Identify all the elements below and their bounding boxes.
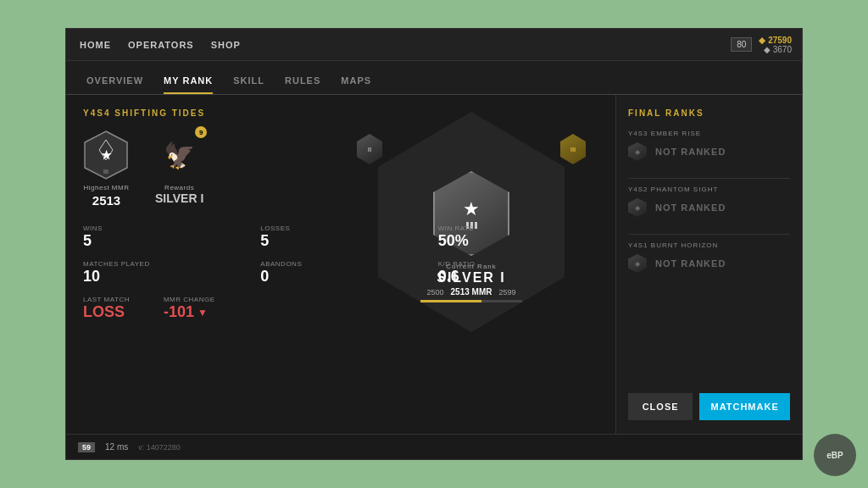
y4s2-rank-icon-text: ◆ [635,204,640,212]
divider-2 [628,234,790,235]
rewards-label: Rewards [164,184,194,191]
right-panel: FINAL RANKS Y4S3 EMBER RISE ◆ NOT RANKED… [615,95,802,434]
action-buttons: CLOSE MATCHMAKE [628,393,790,420]
last-match: Last Match LOSS [83,296,130,321]
highest-mmr-label: Highest MMR [84,184,130,191]
losses-value: 5 [260,232,420,250]
tab-overview[interactable]: OVERVIEW [86,75,143,94]
stat-wins: Wins 5 [83,225,243,250]
side-badges: II III [357,134,586,164]
svg-text:★: ★ [101,148,112,162]
nav-right: 80 ◆ 27590 ◆ 3670 [731,29,792,60]
y4s3-label: Y4S3 EMBER RISE [628,130,790,137]
top-nav: HOME OPERATORS SHOP 80 ◆ 27590 ◆ 3670 [66,29,802,61]
y4s2-label: Y4S2 PHANTOM SIGHT [628,186,790,193]
stat-matches: Matches Played 10 [83,260,243,286]
prev-season-y4s2: Y4S2 PHANTOM SIGHT ◆ NOT RANKED [628,186,790,217]
close-button[interactable]: CLOSE [628,393,693,420]
side-badge-right: III [560,134,586,164]
y4s3-rank-icon: ◆ [628,142,647,161]
side-badge-left-text: II [368,146,371,153]
final-ranks-title: FINAL RANKS [628,108,790,118]
y4s3-rank-icon-text: ◆ [635,148,640,156]
tab-maps[interactable]: MAPS [341,75,371,94]
nav-shop[interactable]: SHOP [211,40,241,50]
currency-1: ◆ 27590 [759,36,792,45]
currency-2: ◆ 3670 [764,45,792,54]
y4s1-rank-row: ◆ NOT RANKED [628,254,790,273]
season-label: Y4S4 SHIFTING TIDES [83,108,598,118]
rewards-icon: 🦅 [156,130,203,180]
main-content: Y4S4 SHIFTING TIDES ★ III Highest MM [66,95,802,434]
signal-strength: 12 ms [105,442,128,452]
version-info: v: 14072280 [138,443,181,452]
kd-value: 0.6 [438,268,598,286]
side-badge-right-text: III [570,146,576,153]
matches-label: Matches Played [83,260,243,268]
abandons-label: Abandons [260,260,420,268]
player-level: 80 [731,37,752,52]
winrate-value: 50% [438,232,598,250]
highest-mmr-badge: ★ III Highest MMR 2513 [83,130,130,208]
eagle-icon: 🦅 [164,141,195,170]
prev-season-y4s3: Y4S3 EMBER RISE ◆ NOT RANKED [628,130,790,161]
mmr-change: MMR Change -101 ▼ [164,296,215,321]
last-match-label: Last Match [83,296,130,303]
nav-operators[interactable]: OPERATORS [128,40,194,50]
wins-value: 5 [83,232,243,250]
mmr-change-label: MMR Change [164,296,215,303]
stat-losses: Losses 5 [260,225,420,250]
abandons-value: 0 [260,268,420,286]
bottom-bar: 59 12 ms v: 14072280 [66,434,802,459]
side-badge-left: II [357,134,382,164]
nav-home[interactable]: HOME [80,40,111,50]
y4s1-label: Y4S1 BURNT HORIZON [628,241,790,249]
tab-skill[interactable]: SKILL [233,75,264,94]
stat-kd: K/D Ratio 0.6 [438,260,598,286]
currency-box: ◆ 27590 ◆ 3670 [759,36,792,54]
y4s1-rank-icon: ◆ [628,254,647,273]
highest-mmr-icon: ★ III [83,130,130,180]
tab-row: OVERVIEW MY RANK SKILL RULES MAPS [66,61,802,95]
rewards-rank: SILVER I [155,191,203,205]
mmr-change-value: -101 [164,303,194,321]
watermark: eBP [814,434,856,476]
player-level-badge: 59 [78,442,95,452]
rewards-badge: 9 🦅 Rewards SILVER I [155,130,203,205]
winrate-label: Win Rate [438,225,598,232]
stat-abandons: Abandons 0 [260,260,420,286]
mmr-range-high: 2599 [498,288,515,297]
svg-text:III: III [103,169,108,175]
y4s2-rank-icon: ◆ [628,198,647,217]
y4s3-rank-row: ◆ NOT RANKED [628,142,790,161]
matches-value: 10 [83,268,243,286]
stats-grid: Wins 5 Losses 5 Win Rate 50% Matches Pla… [83,225,598,286]
game-window: HOME OPERATORS SHOP 80 ◆ 27590 ◆ 3670 OV… [65,28,803,460]
divider-1 [628,178,790,179]
mmr-arrow-icon: ▼ [198,307,208,319]
last-match-result: LOSS [83,303,130,321]
mmr-range-low: 2500 [427,288,444,297]
tab-rules[interactable]: RULES [285,75,320,94]
main-star-icon: ★ [463,198,480,220]
kd-label: K/D Ratio [438,260,598,268]
y4s2-rank-text: NOT RANKED [655,202,726,213]
matchmake-button[interactable]: MATCHMAKE [699,393,790,420]
y4s1-rank-text: NOT RANKED [655,258,726,269]
wins-label: Wins [83,225,243,232]
stat-winrate: Win Rate 50% [438,225,598,250]
match-info: Last Match LOSS MMR Change -101 ▼ [83,296,598,321]
prev-season-y4s1: Y4S1 BURNT HORIZON ◆ NOT RANKED [628,241,790,273]
tab-my-rank[interactable]: MY RANK [164,75,213,94]
y4s1-rank-icon-text: ◆ [635,260,640,268]
y4s2-rank-row: ◆ NOT RANKED [628,198,790,217]
losses-label: Losses [260,225,420,232]
left-panel: Y4S4 SHIFTING TIDES ★ III Highest MM [66,95,615,434]
y4s3-rank-text: NOT RANKED [655,147,726,157]
highest-mmr-value: 2513 [92,193,120,208]
